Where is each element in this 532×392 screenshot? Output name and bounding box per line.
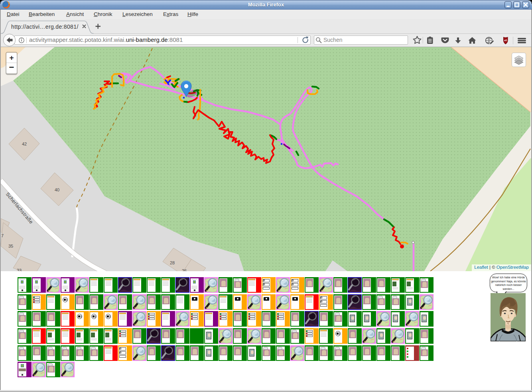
svg-text:uO: uO bbox=[504, 39, 507, 41]
svg-text:35: 35 bbox=[8, 244, 13, 248]
svg-text:26: 26 bbox=[182, 268, 187, 271]
svg-text:28: 28 bbox=[170, 260, 175, 265]
svg-text:7: 7 bbox=[1, 233, 4, 238]
svg-text:42: 42 bbox=[22, 142, 27, 146]
svg-text:40: 40 bbox=[55, 187, 59, 192]
svg-text:33: 33 bbox=[17, 268, 22, 271]
